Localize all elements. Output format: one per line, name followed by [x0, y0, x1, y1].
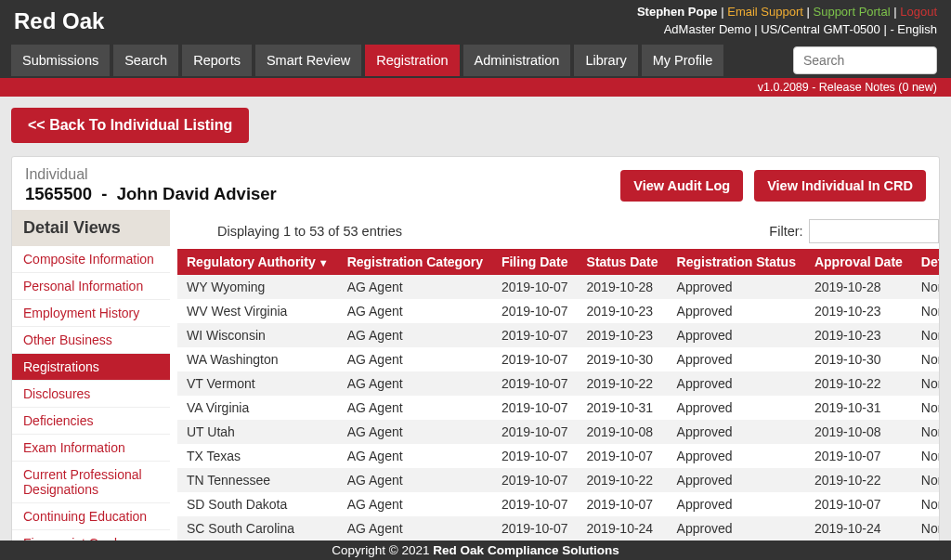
support-portal-link[interactable]: Support Portal — [814, 5, 891, 19]
nav-my-profile[interactable]: My Profile — [642, 45, 723, 76]
table-row[interactable]: WI WisconsinAG Agent2019-10-072019-10-23… — [177, 323, 940, 347]
content: << Back To Individual Listing Individual… — [0, 97, 951, 551]
table-row[interactable]: SD South DakotaAG Agent2019-10-072019-10… — [177, 492, 940, 516]
main-area: Displaying 1 to 53 of 53 entries Filter:… — [170, 210, 940, 551]
dv-continuing-education[interactable]: Continuing Education — [12, 502, 170, 529]
topbar: Red Oak Stephen Pope | Email Support | S… — [0, 0, 951, 43]
table-row[interactable]: SC South CarolinaAG Agent2019-10-072019-… — [177, 516, 940, 540]
col-reg-authority[interactable]: Regulatory Authority ▼ — [177, 249, 338, 275]
view-audit-log-button[interactable]: View Audit Log — [620, 170, 743, 202]
detail-views-title: Detail Views — [12, 210, 170, 246]
search-box — [793, 46, 937, 74]
table-row[interactable]: TX TexasAG Agent2019-10-072019-10-07Appr… — [177, 444, 940, 468]
table-row[interactable]: WV West VirginiaAG Agent2019-10-072019-1… — [177, 299, 940, 323]
entries-count: Displaying 1 to 53 of 53 entries — [217, 224, 402, 239]
col-reg-category[interactable]: Registration Category — [338, 249, 492, 275]
nav-registration[interactable]: Registration — [365, 45, 459, 76]
dv-disclosures[interactable]: Disclosures — [12, 380, 170, 407]
brand: Red Oak — [14, 8, 104, 34]
navbar: SubmissionsSearchReportsSmart ReviewRegi… — [0, 43, 951, 78]
individual-id: 1565500 — [25, 184, 92, 203]
dv-exam-information[interactable]: Exam Information — [12, 434, 170, 461]
col-reg-status[interactable]: Registration Status — [668, 249, 805, 275]
registrations-grid: Regulatory Authority ▼ Registration Cate… — [177, 249, 940, 546]
table-row[interactable]: WY WyomingAG Agent2019-10-072019-10-28Ap… — [177, 275, 940, 299]
search-input[interactable] — [793, 46, 937, 74]
table-row[interactable]: TN TennesseeAG Agent2019-10-072019-10-22… — [177, 468, 940, 492]
panel-head: Individual 1565500 - John David Adviser … — [12, 157, 939, 210]
user-name: Stephen Pope — [637, 5, 718, 19]
grid-wrap: Regulatory Authority ▼ Registration Cate… — [177, 249, 940, 546]
filter-label: Filter: — [769, 224, 802, 239]
col-filing-date[interactable]: Filing Date — [492, 249, 578, 275]
nav-administration[interactable]: Administration — [463, 45, 571, 76]
dv-registrations[interactable]: Registrations — [12, 353, 170, 380]
individual-panel: Individual 1565500 - John David Adviser … — [11, 156, 940, 551]
dv-employment-history[interactable]: Employment History — [12, 299, 170, 326]
user-area: Stephen Pope | Email Support | Support P… — [637, 5, 937, 38]
footer: Copyright © 2021 Red Oak Compliance Solu… — [0, 540, 951, 560]
version-bar[interactable]: v1.0.2089 - Release Notes (0 new) — [0, 78, 951, 97]
nav-search[interactable]: Search — [113, 45, 178, 76]
nav-reports[interactable]: Reports — [182, 45, 252, 76]
nav-library[interactable]: Library — [574, 45, 637, 76]
individual-name: John David Adviser — [117, 184, 277, 203]
logout-link[interactable]: Logout — [900, 5, 937, 19]
context-line: AdMaster Demo | US/Central GMT-0500 | - … — [637, 22, 937, 38]
col-approval-date[interactable]: Approval Date — [805, 249, 912, 275]
dv-current-professional-designations[interactable]: Current Professional Designations — [12, 461, 170, 502]
grid-toolbar: Displaying 1 to 53 of 53 entries Filter:… — [177, 210, 940, 249]
back-to-listing-button[interactable]: << Back To Individual Listing — [11, 108, 249, 143]
view-in-crd-button[interactable]: View Individual In CRD — [754, 170, 926, 202]
sort-desc-icon: ▼ — [316, 257, 329, 268]
table-row[interactable]: VA VirginiaAG Agent2019-10-072019-10-31A… — [177, 396, 940, 420]
col-deficiencies[interactable]: Deficiencies — [912, 249, 940, 275]
table-row[interactable]: UT UtahAG Agent2019-10-072019-10-08Appro… — [177, 420, 940, 444]
table-row[interactable]: WA WashingtonAG Agent2019-10-072019-10-3… — [177, 347, 940, 371]
detail-views-sidebar: Detail Views Composite InformationPerson… — [12, 210, 170, 551]
dv-other-business[interactable]: Other Business — [12, 326, 170, 353]
email-support-link[interactable]: Email Support — [727, 5, 803, 19]
nav-submissions[interactable]: Submissions — [11, 45, 110, 76]
dv-personal-information[interactable]: Personal Information — [12, 272, 170, 299]
table-row[interactable]: VT VermontAG Agent2019-10-072019-10-22Ap… — [177, 371, 940, 396]
dv-composite-information[interactable]: Composite Information — [12, 246, 170, 272]
dv-deficiencies[interactable]: Deficiencies — [12, 407, 170, 434]
filter-input[interactable] — [809, 219, 939, 243]
col-status-date[interactable]: Status Date — [578, 249, 668, 275]
nav-smart-review[interactable]: Smart Review — [255, 45, 361, 76]
